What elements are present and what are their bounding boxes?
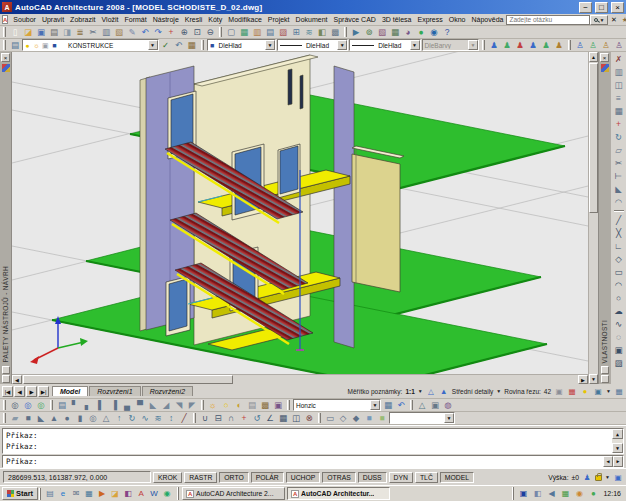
clean-screen-button[interactable]: ▣ [613, 472, 623, 482]
toggle-model[interactable]: MODEL [440, 472, 474, 483]
ne-isometric-button[interactable]: ◥ [173, 399, 185, 411]
view-dropdown-arrow[interactable]: ▼ [370, 400, 380, 410]
spline-button[interactable]: ∿ [613, 318, 625, 330]
my-computer-button[interactable]: ▦ [83, 488, 95, 500]
field-button[interactable]: ▧ [376, 26, 388, 38]
toolbar-grip[interactable] [410, 400, 413, 410]
layer-properties-manager-button[interactable]: ▤ [9, 39, 21, 51]
render-window-button[interactable]: ▣ [272, 399, 284, 411]
command-history[interactable]: Příkaz: Příkaz: ▲ ▼ [2, 428, 624, 454]
scroll-up-icon[interactable]: ▲ [589, 52, 598, 62]
annotation-scale-value[interactable]: 1:1 [405, 388, 414, 395]
detail-level[interactable]: Střední detaily [452, 388, 494, 395]
light-list-button[interactable]: ▤ [246, 399, 258, 411]
close-button[interactable]: × [611, 2, 624, 13]
make-object-layer-current-button[interactable]: ✓ [160, 39, 172, 51]
toolbar-grip[interactable] [287, 400, 290, 410]
publish-button[interactable]: ≣ [74, 26, 86, 38]
search-button[interactable]: ▼ [590, 15, 608, 25]
constrained-orbit-button[interactable]: ◎ [9, 399, 21, 411]
cylinder-button[interactable]: ▮ [74, 412, 86, 424]
tab-first-icon[interactable]: |◀ [2, 386, 13, 397]
3d-orbit-nav-button[interactable]: ♟ [501, 39, 513, 51]
model-canvas[interactable] [12, 52, 588, 374]
copy-clip-button[interactable]: ▥ [100, 26, 112, 38]
communication-button[interactable]: ♟ [582, 472, 592, 482]
view-previous-button[interactable]: ↶ [395, 399, 407, 411]
layer-states-manager-button[interactable]: ▦ [186, 39, 198, 51]
rectangle-button[interactable]: ▭ [613, 266, 625, 278]
toolbar-grip[interactable] [201, 400, 204, 410]
toolbar-grip[interactable] [568, 40, 571, 50]
minimize-button[interactable]: − [579, 2, 592, 13]
toggle-otras[interactable]: OTRAS [322, 472, 355, 483]
point-light-button[interactable]: ○ [220, 399, 232, 411]
paste-button[interactable]: ▧ [113, 26, 125, 38]
hyperlink-button[interactable]: ⊚ [363, 26, 375, 38]
interference-button[interactable]: ⊗ [303, 412, 315, 424]
elevation-value[interactable]: ±0 [572, 474, 580, 481]
layer-previous-button[interactable]: ↶ [173, 39, 185, 51]
layer-dropdown-arrow[interactable]: ▼ [148, 40, 158, 50]
menu-nápověda[interactable]: Nápověda [469, 15, 507, 24]
menu-okno[interactable]: Okno [446, 15, 469, 24]
menu-správce-cad[interactable]: Správce CAD [330, 15, 378, 24]
intersect-button[interactable]: ∩ [225, 412, 237, 424]
right-view-button[interactable]: ▐ [108, 399, 120, 411]
layout-tab-model[interactable]: Model [52, 386, 88, 396]
fillet-button[interactable]: ◠ [613, 196, 625, 208]
menu-projekt[interactable]: Projekt [265, 15, 293, 24]
sphere-button[interactable]: ● [61, 412, 73, 424]
extrude-button[interactable]: ↑ [113, 412, 125, 424]
horizontal-scroll-thumb[interactable] [23, 375, 233, 384]
3d-hidden-button[interactable]: ◆ [350, 412, 362, 424]
plot-button[interactable]: ▤ [48, 26, 60, 38]
create-camera-button[interactable]: ♙ [574, 39, 586, 51]
wedge-button[interactable]: ◣ [35, 412, 47, 424]
trim-button[interactable]: ✂ [613, 157, 625, 169]
palette-autohide-icon[interactable] [601, 366, 609, 374]
undo-button[interactable]: ↶ [139, 26, 151, 38]
toolbar-grip[interactable] [482, 40, 485, 50]
front-view-button[interactable]: ▄ [121, 399, 133, 411]
tray-antivirus-button[interactable]: ● [587, 488, 599, 500]
3d-align-button[interactable]: ∠ [264, 412, 276, 424]
construction-line-button[interactable]: ╳ [613, 227, 625, 239]
back-view-button[interactable]: ▀ [134, 399, 146, 411]
paint-button[interactable]: ◧ [122, 488, 134, 500]
tool-palettes-bar[interactable]: × PALETY NÁSTROJŮ - NÁVRH [0, 52, 12, 384]
offset-button[interactable]: ≡ [613, 92, 625, 104]
toolbar-grip[interactable] [50, 400, 53, 410]
wall-freestanding-right[interactable] [352, 146, 404, 292]
chamfer-button[interactable]: ◣ [613, 183, 625, 195]
command-input[interactable]: Příkaz: ◀ ▶ [2, 455, 624, 468]
named-view-dropdown[interactable]: Honzic ▼ [293, 399, 381, 411]
properties-palette-button[interactable]: ▢ [225, 26, 237, 38]
pyramid-button[interactable]: △ [100, 412, 112, 424]
spotlight-button[interactable]: ◐ [233, 399, 245, 411]
toggle-krok[interactable]: KROK [153, 472, 182, 483]
plot-preview-button[interactable]: ◨ [61, 26, 73, 38]
menu-express[interactable]: Express [414, 15, 445, 24]
cmd-scroll-left-icon[interactable]: ◀ [603, 456, 613, 467]
nw-isometric-button[interactable]: ◤ [186, 399, 198, 411]
3d-swivel-button[interactable]: ♟ [514, 39, 526, 51]
layout-tab-rozvržení2[interactable]: Rozvržení2 [142, 386, 193, 396]
email-button[interactable]: ✉ [70, 488, 82, 500]
3d-array-button[interactable]: ▦ [277, 412, 289, 424]
motion-path-button[interactable]: ♙ [587, 39, 599, 51]
dbconnect-button[interactable]: ≋ [303, 26, 315, 38]
scroll-left-icon[interactable]: ◀ [12, 375, 22, 384]
color-dropdown-arrow[interactable]: ▼ [265, 40, 275, 50]
menu-formát[interactable]: Formát [122, 15, 150, 24]
communication-center-button[interactable]: ● [415, 26, 427, 38]
render-environment-button[interactable]: △ [416, 399, 428, 411]
render-region-button[interactable]: ◍ [442, 399, 454, 411]
match-properties-button[interactable]: ✎ [126, 26, 138, 38]
show-desktop-button[interactable]: ▤ [44, 488, 56, 500]
conceptual-style-button[interactable]: ■ [376, 412, 388, 424]
2d-wireframe-button[interactable]: ▭ [324, 412, 336, 424]
infocenter-close-button[interactable]: ✕ [608, 15, 619, 25]
named-view-save-button[interactable]: ▦ [382, 399, 394, 411]
palette-close-icon[interactable]: × [1, 53, 10, 62]
